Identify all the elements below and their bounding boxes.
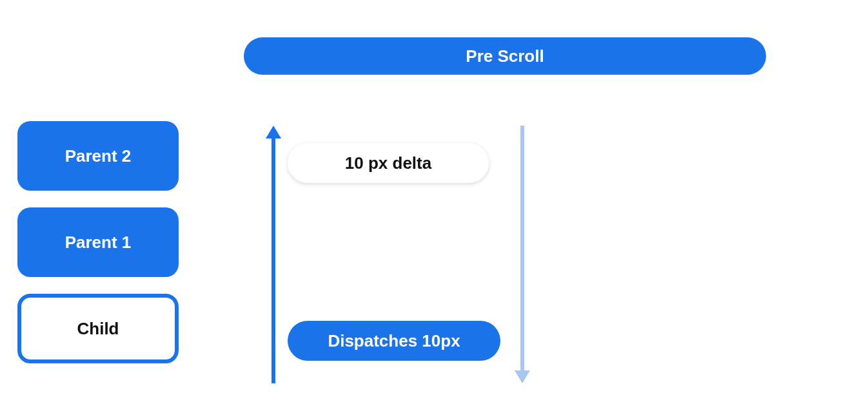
node-parent-1-label: Parent 1 [65, 233, 132, 253]
dispatch-label: Dispatches 10px [328, 331, 460, 351]
dispatch-label-pill: Dispatches 10px [288, 321, 500, 361]
node-child-label: Child [77, 319, 119, 339]
header-title: Pre Scroll [466, 46, 544, 66]
header-pill: Pre Scroll [244, 37, 766, 75]
node-parent-1: Parent 1 [17, 207, 179, 277]
arrow-up-icon [270, 126, 277, 383]
delta-label-pill: 10 px delta [288, 143, 489, 183]
delta-label: 10 px delta [345, 153, 431, 173]
node-child: Child [17, 294, 179, 363]
node-parent-2-label: Parent 2 [65, 146, 132, 166]
arrow-down-icon [518, 126, 526, 383]
node-parent-2: Parent 2 [17, 121, 179, 191]
